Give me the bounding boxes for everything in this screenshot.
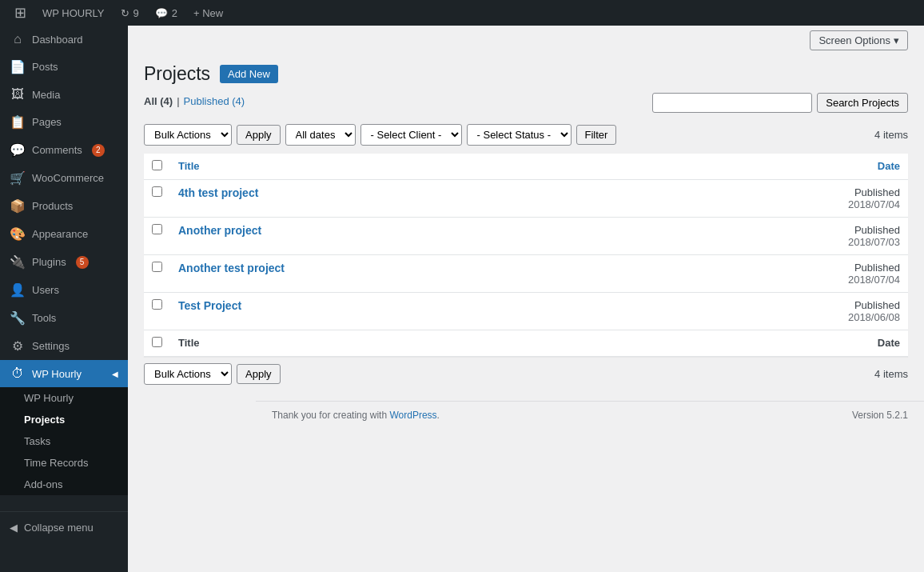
sidebar-subitem-tasks[interactable]: Tasks bbox=[0, 430, 128, 452]
sidebar-label-posts: Posts bbox=[32, 61, 58, 73]
row-2-status: Published bbox=[652, 224, 900, 236]
row-3-checkbox[interactable] bbox=[152, 262, 162, 272]
sidebar-item-dashboard[interactable]: ⌂ Dashboard bbox=[0, 26, 128, 53]
page-header: Projects Add New bbox=[144, 63, 908, 85]
header-date-cell: Date bbox=[644, 154, 908, 180]
projects-label: Projects bbox=[24, 414, 65, 426]
sidebar-subitem-add-ons[interactable]: Add-ons bbox=[0, 474, 128, 495]
search-input[interactable] bbox=[652, 93, 812, 113]
sidebar-item-pages[interactable]: 📋 Pages bbox=[0, 108, 128, 136]
sidebar-item-wphourly[interactable]: ⏱ WP Hourly ◀ bbox=[0, 360, 128, 387]
row-4-checkbox[interactable] bbox=[152, 299, 162, 310]
collapse-label: Collapse menu bbox=[24, 522, 94, 534]
footer-title-sort-link[interactable]: Title bbox=[178, 337, 200, 349]
filter-published-link[interactable]: Published (4) bbox=[184, 95, 245, 107]
wordpress-link[interactable]: WordPress bbox=[389, 410, 436, 421]
filter-bar-top: Bulk Actions Apply All dates - Select Cl… bbox=[144, 124, 908, 146]
adminbar-logo[interactable]: ⊞ bbox=[6, 0, 34, 26]
row-1-checkbox[interactable] bbox=[152, 186, 162, 197]
adminbar-comments[interactable]: 💬 2 bbox=[147, 0, 185, 26]
sidebar-subitem-wphourly-home[interactable]: WP Hourly bbox=[0, 387, 128, 409]
sidebar-label-users: Users bbox=[32, 284, 59, 296]
filter-button[interactable]: Filter bbox=[576, 125, 617, 145]
bulk-actions-select-top[interactable]: Bulk Actions bbox=[144, 124, 232, 146]
dates-select[interactable]: All dates bbox=[285, 124, 356, 146]
collapse-menu-button[interactable]: ◀ Collapse menu bbox=[0, 511, 128, 543]
adminbar-new[interactable]: + New bbox=[185, 0, 231, 26]
sidebar-item-settings[interactable]: ⚙ Settings bbox=[0, 332, 128, 360]
adminbar-updates[interactable]: ↻ 9 bbox=[113, 0, 147, 26]
row-2-checkbox-cell bbox=[144, 218, 170, 255]
title-sort-link[interactable]: Title bbox=[178, 160, 200, 172]
sidebar-item-comments[interactable]: 💬 Comments 2 bbox=[0, 136, 128, 164]
bulk-actions-select-bottom[interactable]: Bulk Actions bbox=[144, 363, 232, 385]
filter-all-link[interactable]: All (4) bbox=[144, 95, 173, 107]
tasks-label: Tasks bbox=[24, 435, 50, 447]
row-4-date-cell: Published 2018/06/08 bbox=[644, 293, 908, 330]
updates-icon: ↻ bbox=[121, 7, 129, 19]
sidebar-subitem-projects[interactable]: Projects bbox=[0, 409, 128, 430]
sidebar-item-plugins[interactable]: 🔌 Plugins 5 bbox=[0, 248, 128, 276]
admin-bar: ⊞ WP HOURLY ↻ 9 💬 2 + New bbox=[0, 0, 924, 26]
status-select[interactable]: - Select Status - bbox=[467, 124, 572, 146]
main-content: Screen Options ▾ Projects Add New All (4… bbox=[128, 26, 924, 572]
sidebar-item-woocommerce[interactable]: 🛒 WooCommerce bbox=[0, 164, 128, 192]
table-row: Another project Published 2018/07/03 bbox=[144, 218, 908, 255]
row-1-title-link[interactable]: 4th test project bbox=[178, 186, 258, 199]
header-checkbox-cell bbox=[144, 154, 170, 180]
comments-badge: 2 bbox=[92, 144, 105, 157]
layout: ⌂ Dashboard 📄 Posts 🖼 Media 📋 Pages 💬 Co… bbox=[0, 26, 924, 572]
sidebar-item-posts[interactable]: 📄 Posts bbox=[0, 53, 128, 81]
sidebar-label-tools: Tools bbox=[32, 312, 56, 324]
row-3-date-cell: Published 2018/07/04 bbox=[644, 255, 908, 293]
updates-count: 9 bbox=[133, 7, 139, 19]
row-3-status: Published bbox=[652, 262, 900, 274]
wphourly-icon: ⏱ bbox=[10, 366, 26, 381]
appearance-icon: 🎨 bbox=[10, 226, 26, 242]
filter-bar-bottom: Bulk Actions Apply 4 items bbox=[144, 363, 908, 385]
row-3-title-link[interactable]: Another test project bbox=[178, 262, 285, 274]
filter-all-label: All (4) bbox=[144, 95, 173, 107]
row-4-date: 2018/06/08 bbox=[652, 311, 900, 323]
sidebar-item-appearance[interactable]: 🎨 Appearance bbox=[0, 220, 128, 248]
row-2-checkbox[interactable] bbox=[152, 224, 162, 234]
sidebar-item-media[interactable]: 🖼 Media bbox=[0, 81, 128, 108]
wphourly-home-label: WP Hourly bbox=[24, 392, 74, 404]
subsubsub-sep: | bbox=[177, 95, 179, 107]
add-new-button[interactable]: Add New bbox=[220, 65, 278, 83]
sidebar: ⌂ Dashboard 📄 Posts 🖼 Media 📋 Pages 💬 Co… bbox=[0, 26, 128, 572]
select-all-checkbox-bottom[interactable] bbox=[152, 337, 162, 347]
footer-date-sort-link[interactable]: Date bbox=[878, 337, 900, 349]
client-select[interactable]: - Select Client - bbox=[360, 124, 462, 146]
date-sort-link[interactable]: Date bbox=[878, 160, 900, 172]
row-3-title-cell: Another test project bbox=[170, 255, 644, 293]
select-all-checkbox-top[interactable] bbox=[152, 160, 162, 170]
projects-table: Title Date bbox=[144, 154, 908, 357]
table-header-row: Title Date bbox=[144, 154, 908, 180]
apply-button-bottom[interactable]: Apply bbox=[237, 364, 281, 384]
adminbar-site[interactable]: WP HOURLY bbox=[34, 0, 113, 26]
sidebar-item-tools[interactable]: 🔧 Tools bbox=[0, 304, 128, 332]
sidebar-item-users[interactable]: 👤 Users bbox=[0, 276, 128, 304]
row-4-status: Published bbox=[652, 299, 900, 311]
wphourly-submenu: WP Hourly Projects Tasks Time Records Ad… bbox=[0, 387, 128, 495]
sidebar-item-products[interactable]: 📦 Products bbox=[0, 192, 128, 220]
header-date-label: Date bbox=[878, 160, 900, 172]
sidebar-label-wphourly: WP Hourly bbox=[32, 368, 82, 380]
search-projects-button[interactable]: Search Projects bbox=[817, 93, 908, 113]
apply-button-top[interactable]: Apply bbox=[237, 125, 281, 145]
items-count-bottom: 4 items bbox=[874, 368, 908, 380]
screen-options-label: Screen Options bbox=[818, 34, 890, 46]
screen-options-button[interactable]: Screen Options ▾ bbox=[810, 30, 908, 50]
footer-thank-you: Thank you for creating with WordPress. bbox=[272, 410, 440, 421]
table-row: Another test project Published 2018/07/0… bbox=[144, 255, 908, 293]
row-3-checkbox-cell bbox=[144, 255, 170, 293]
row-2-title-link[interactable]: Another project bbox=[178, 224, 261, 237]
row-4-title-link[interactable]: Test Project bbox=[178, 299, 241, 312]
sidebar-subitem-time-records[interactable]: Time Records bbox=[0, 452, 128, 474]
row-1-checkbox-cell bbox=[144, 180, 170, 218]
footer-checkbox-cell bbox=[144, 330, 170, 357]
row-1-status: Published bbox=[652, 186, 900, 198]
footer-title-label: Title bbox=[178, 337, 200, 349]
sidebar-label-products: Products bbox=[32, 200, 73, 212]
